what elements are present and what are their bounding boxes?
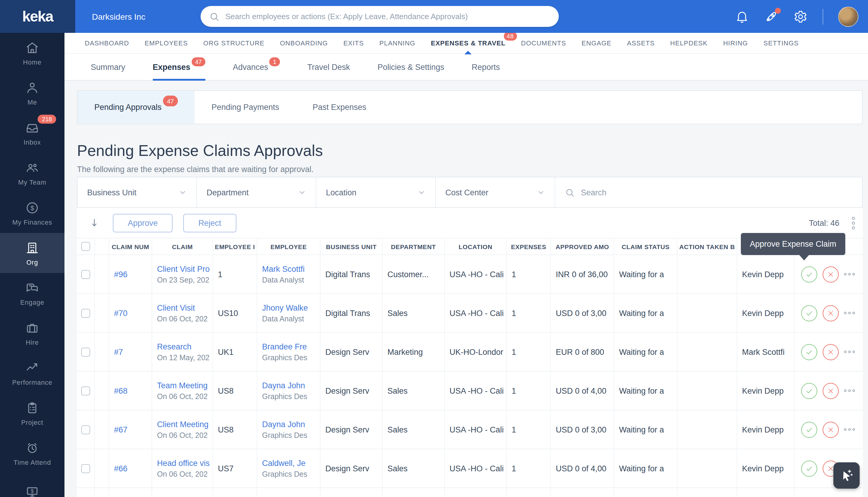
sidebar-item-payroll[interactable]: $ [0,473,64,497]
nav-item-planning[interactable]: PLANNING [372,32,423,54]
claim-number-link[interactable]: #66 [114,464,147,473]
approve-claim-icon[interactable] [801,383,817,399]
claim-title-link[interactable]: Research [157,342,208,351]
sidebar-label: Project [21,418,43,426]
table-search-input[interactable] [581,188,852,197]
tab-past-expenses[interactable]: Past Expenses [296,91,383,124]
sidebar-item-home[interactable]: Home [0,33,64,73]
nav-item-org-structure[interactable]: ORG STRUCTURE [195,32,272,54]
reject-claim-icon[interactable] [823,305,839,321]
claim-number-link[interactable]: #68 [114,386,147,395]
whats-new-rocket-icon[interactable] [764,9,778,24]
notifications-bell-icon[interactable] [735,9,749,24]
claim-number-link[interactable]: #7 [114,347,147,356]
claim-number-link[interactable]: #96 [114,270,147,279]
claim-title-link[interactable]: Head office vis [157,458,208,467]
approve-claim-icon[interactable] [801,422,817,438]
sidebar-item-time-attend[interactable]: Time Attend [0,433,64,473]
expenses-count: 1 [512,347,546,356]
nav-item-settings[interactable]: SETTINGS [756,32,807,54]
nav-item-onboarding[interactable]: ONBOARDING [272,32,336,54]
tab-pending-approvals[interactable]: Pending Approvals 47 [78,91,195,124]
reject-claim-icon[interactable] [823,344,839,360]
row-checkbox[interactable] [81,425,90,434]
claim-title-link[interactable]: Client Meeting [157,420,208,429]
sidebar-item-project[interactable]: Project [0,393,64,433]
nav-item-helpdesk[interactable]: HELPDESK [662,32,715,54]
guide-cursor-button[interactable] [833,462,859,489]
row-checkbox[interactable] [81,386,90,395]
sidebar-item-org[interactable]: Org [0,233,64,273]
nav-item-hiring[interactable]: HIRING [716,32,756,54]
settings-gear-icon[interactable] [793,9,808,24]
sidebar-item-me[interactable]: Me [0,73,64,113]
claim-title-link[interactable]: Team Meeting [157,381,208,390]
nav-item-assets[interactable]: ASSETS [619,32,663,54]
business-unit-filter[interactable]: Business Unit [78,178,197,207]
row-more-icon[interactable] [844,389,855,392]
table-options-kebab-icon[interactable] [850,215,857,231]
global-search-input[interactable] [225,12,551,21]
user-avatar[interactable] [838,6,858,27]
nav-item-employees[interactable]: EMPLOYEES [137,32,195,54]
reject-claim-icon[interactable] [823,422,839,438]
sort-arrow-icon[interactable] [89,217,100,228]
sidebar-item-engage[interactable]: Engage [0,273,64,313]
subnav-item-travel-desk[interactable]: Travel Desk [307,54,350,80]
sidebar-item-inbox[interactable]: 218 Inbox [0,113,64,153]
reject-claim-icon[interactable] [823,383,839,399]
sidebar-item-my-team[interactable]: My Team [0,153,64,193]
row-more-icon[interactable] [844,351,855,353]
cost-center-filter[interactable]: Cost Center [436,178,555,207]
approve-claim-icon[interactable] [801,305,817,321]
employee-name-link[interactable]: Brandee Fre [262,342,315,351]
nav-item-engage[interactable]: ENGAGE [574,32,619,54]
sidebar-item-hire[interactable]: Hire [0,313,64,353]
claim-title-link[interactable]: Client Visit [157,303,208,312]
row-checkbox[interactable] [81,270,90,279]
keka-logo[interactable]: keka [0,0,75,33]
employee-name-link[interactable]: Dayna John [262,381,315,390]
department-filter[interactable]: Department [197,178,317,207]
sidebar-item-my-finances[interactable]: $ My Finances [0,193,64,233]
nav-item-dashboard[interactable]: DASHBOARD [77,32,137,54]
subnav-item-summary[interactable]: Summary [91,54,126,80]
nav-item-documents[interactable]: DOCUMENTS [513,32,574,54]
nav-item-exits[interactable]: EXITS [336,32,372,54]
row-checkbox[interactable] [81,309,90,317]
approve-button[interactable]: Approve [113,214,173,232]
global-search[interactable] [201,6,559,27]
sidebar-item-performance[interactable]: Performance [0,353,64,393]
tab-pending-payments[interactable]: Pending Payments [195,91,296,124]
table-search[interactable] [555,178,862,207]
chevron-down-icon [417,188,426,197]
employee-id: US10 [218,309,252,317]
sidebar-label: Me [28,98,37,105]
approvals-tabstrip: Pending Approvals 47 Pending Payments Pa… [77,90,863,124]
claim-number-link[interactable]: #70 [114,309,147,317]
row-checkbox[interactable] [81,347,90,356]
approve-claim-icon[interactable] [801,344,817,360]
subnav-item-reports[interactable]: Reports [472,54,500,80]
row-checkbox[interactable] [81,464,90,473]
header-claim-num: CLAIM NUM [109,238,152,255]
employee-name-link[interactable]: Caldwell, Je [262,458,315,467]
claim-number-link[interactable]: #67 [114,425,147,434]
select-all-checkbox[interactable] [81,242,90,251]
subnav-item-policies-settings[interactable]: Policies & Settings [378,54,444,80]
row-more-icon[interactable] [844,273,855,276]
employee-name-link[interactable]: Jhony Walke [262,303,315,312]
claim-title-link[interactable]: Client Visit Pro [157,264,208,273]
row-more-icon[interactable] [844,428,855,431]
nav-item-expenses-travel[interactable]: EXPENSES & TRAVEL 48 [423,32,513,54]
employee-name-link[interactable]: Dayna John [262,420,315,429]
location-filter[interactable]: Location [317,178,436,207]
subnav-item-advances[interactable]: Advances 1 [233,54,280,80]
approve-claim-icon[interactable] [801,460,817,477]
employee-name-link[interactable]: Mark Scottfi [262,264,315,273]
reject-claim-icon[interactable] [823,266,839,282]
approve-claim-icon[interactable] [801,266,817,282]
reject-button[interactable]: Reject [183,214,236,232]
row-more-icon[interactable] [844,312,855,314]
subnav-item-expenses[interactable]: Expenses 47 [153,54,205,80]
